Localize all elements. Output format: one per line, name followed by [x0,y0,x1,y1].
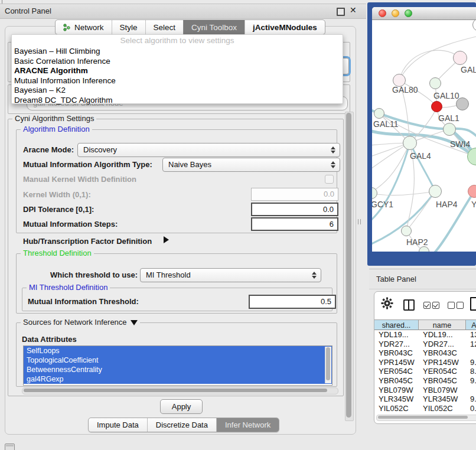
tab-select[interactable]: Select [145,20,184,34]
network-node-hap2[interactable] [401,226,412,236]
tab-jactivemnodules[interactable]: jActiveMNodules [244,20,325,34]
table-row[interactable]: YPR145WYPR145W9. [374,358,476,367]
tab-impute-data[interactable]: Impute Data [89,418,147,432]
attribute-item-selected[interactable]: SelfLoops [24,346,332,356]
table-panel-titlebar: Table Panel [369,269,476,289]
dropdown-item-list: Bayesian – Hill Climbing Basic Correlati… [12,47,343,105]
attribute-item-selected[interactable]: gal4RGexp [24,374,332,384]
hub-definition-expander-label[interactable]: Hub/Transcription Factor Definition [23,237,152,246]
node-label: HAP2 [406,237,428,247]
table-panel-title: Table Panel [376,275,416,283]
float-window-icon[interactable] [337,8,345,16]
data-attributes-list: SelfLoops TopologicalCoefficient Between… [23,345,332,386]
kernel-width-field: 0.0 [251,188,338,201]
tab-network-label: Network [74,23,104,32]
dropdown-item[interactable]: Basic Correlation Inference [12,57,343,67]
checkbox-checked-icon[interactable] [432,302,439,309]
network-view-frame: GAL GAL80 GAL10 GAL1 GAL11 SWI4 GAL4 GCY… [367,2,476,266]
bottom-tab-bar: Impute Data Discretize Data Infer Networ… [88,418,279,432]
network-node[interactable] [453,51,467,65]
network-graph-icon [63,24,71,31]
tab-style[interactable]: Style [112,20,145,34]
tab-cyni-toolbox[interactable]: Cyni Toolbox [183,20,244,34]
tab-network[interactable]: Network [56,20,112,34]
network-node-gal11[interactable] [374,108,384,119]
dropdown-item[interactable]: Mutual Information Inference [12,76,343,86]
table-row[interactable]: YIL052CYIL052C0. [374,404,476,413]
settings-vertical-scrollbar[interactable] [345,112,354,421]
aracne-mode-label: Aracne Mode: [23,145,74,154]
network-window-titlebar[interactable] [372,7,476,20]
network-node-swi4[interactable] [443,123,456,136]
mac-close-icon[interactable] [379,9,386,17]
checkbox-unchecked-icon[interactable] [457,302,464,309]
node-label: GAL1 [438,113,459,123]
mi-algorithm-type-label: Mutual Information Algorithm Type: [23,160,152,169]
checkbox-unchecked-icon[interactable] [448,302,455,309]
node-label: GAL4 [410,151,431,161]
node-label: HAP4 [436,200,458,209]
which-threshold-combo[interactable]: MI Threshold [140,268,321,282]
settings-horizontal-scrollbar[interactable] [22,387,338,394]
table-row[interactable]: YLR345WYLR345W9. [374,394,476,404]
checkbox-checked-icon[interactable] [423,302,431,309]
columns-icon[interactable] [403,299,415,311]
restore-panel-icon[interactable] [5,444,15,450]
dpi-tolerance-label: DPI Tolerance [0,1]: [23,205,94,214]
threshold-definition-title: Threshold Definition [21,249,94,257]
table-horizontal-scrollbar[interactable] [376,415,476,421]
table-body: YDL19...YDL19...13 YDR27...YDR27...12 YB… [374,330,476,413]
dropdown-item[interactable]: Dream8 DC_TDC Algorithm [12,96,343,106]
manual-kernel-width-checkbox [325,175,334,184]
network-node-gal10[interactable] [429,77,441,89]
sources-title[interactable]: Sources for Network Inference [21,318,140,327]
combo-arrows-icon [331,146,335,154]
node-label: GAL [461,65,476,74]
dropdown-item[interactable]: Bayesian – Hill Climbing [12,47,343,57]
attribute-item-selected[interactable]: BetweennessCentrality [24,365,332,374]
table-row[interactable]: YDR27...YDR27...12 [374,340,476,349]
network-window: GAL GAL80 GAL10 GAL1 GAL11 SWI4 GAL4 GCY… [372,7,476,252]
table-row[interactable]: YBL079WYBL079W [374,386,476,395]
mac-zoom-icon[interactable] [405,9,412,17]
mi-steps-field[interactable]: 6 [251,217,338,231]
splitter-handle[interactable] [358,219,361,224]
column-header-partial[interactable]: A [466,319,476,330]
expander-right-arrow-icon[interactable] [164,236,169,243]
collapse-down-arrow-icon[interactable] [131,320,138,325]
node-label: Y [471,200,476,209]
mi-steps-label: Mutual Information Steps: [23,220,118,229]
close-icon[interactable]: ✕ [350,5,357,15]
which-threshold-label: Which threshold to use: [50,270,138,279]
data-attributes-label: Data Attributes [22,335,77,344]
node-label: SWI4 [450,139,470,149]
table-row[interactable]: YBR045CYBR045C9. [374,376,476,386]
table-row[interactable]: YBR043CYBR043C [374,348,476,358]
control-panel-title: Control Panel [5,6,51,15]
tab-discretize-data[interactable]: Discretize Data [147,418,216,432]
network-node-gal4[interactable] [403,136,417,150]
mi-threshold-field[interactable]: 0.5 [249,295,336,309]
dpi-tolerance-field[interactable]: 0.0 [251,203,338,216]
aracne-mode-combo[interactable]: Discovery [77,143,340,157]
mi-algorithm-type-combo[interactable]: Naive Bayes [162,158,340,172]
control-panel-tab-bar: Network Style Select Cyni Toolbox jActiv… [55,19,325,35]
table-row[interactable]: YDL19...YDL19...13 [374,330,476,340]
apply-button[interactable]: Apply [160,399,203,414]
table-row[interactable]: YER054CYER054C8. [374,367,476,376]
column-header-shared-name[interactable]: shared... [374,319,419,330]
document-icon[interactable] [470,297,476,311]
network-node-gal1-red[interactable] [431,101,442,112]
attribute-list-scrollbar[interactable] [325,347,331,383]
network-node-hap4[interactable] [429,185,442,198]
dropdown-prompt: Select algorithm to view settings [12,36,343,45]
dropdown-item-selected[interactable]: ARACNE Algorithm [12,66,343,76]
network-canvas[interactable]: GAL GAL80 GAL10 GAL1 GAL11 SWI4 GAL4 GCY… [372,20,476,252]
attribute-item-selected[interactable]: TopologicalCoefficient [24,356,332,365]
node-label: GAL11 [373,119,399,129]
tab-infer-network[interactable]: Infer Network [216,418,279,432]
column-header-name[interactable]: name [419,319,466,330]
dropdown-item[interactable]: Bayesian – K2 [12,86,343,96]
combo-arrows-icon [331,161,335,169]
mac-minimize-icon[interactable] [392,9,399,17]
